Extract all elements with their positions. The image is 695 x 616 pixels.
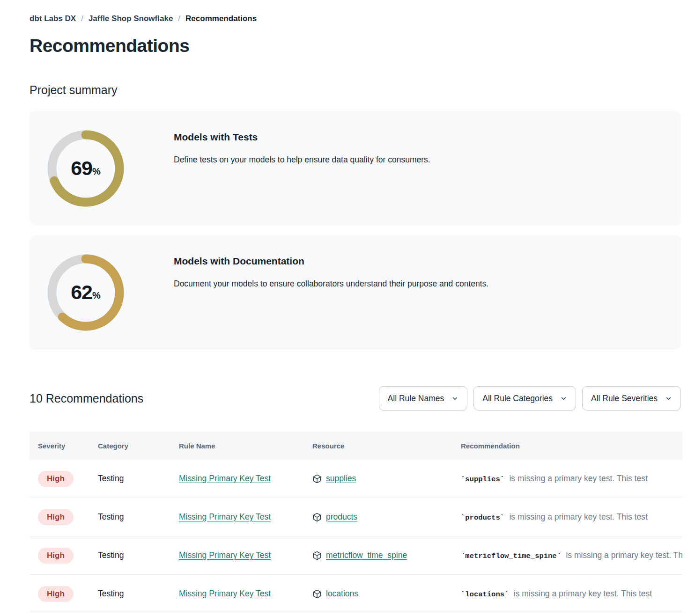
card-models-with-documentation: 62 % Models with Documentation Document … — [30, 235, 681, 350]
donut-percent-label: 69 % — [47, 130, 125, 207]
chevron-down-icon — [451, 395, 458, 402]
model-cube-icon — [312, 589, 322, 599]
recommendation-cell: `metricflow_time_spine` is missing a pri… — [461, 550, 682, 560]
percent-sign: % — [92, 290, 101, 301]
breadcrumb-item-project[interactable]: Jaffle Shop Snowflake — [89, 14, 173, 23]
breadcrumb-item-current: Recommendations — [185, 14, 257, 23]
column-header-recommendation: Recommendation — [461, 442, 682, 450]
rule-name-link[interactable]: Missing Primary Key Test — [179, 512, 271, 521]
column-header-rule-name: Rule Name — [179, 442, 312, 450]
category-cell: Testing — [98, 474, 179, 484]
percent-value: 69 — [71, 157, 92, 180]
recommendations-count-heading: 10 Recommendations — [30, 392, 143, 405]
rule-name-link[interactable]: Missing Primary Key Test — [179, 550, 271, 560]
tests-donut-chart: 69 % — [47, 130, 125, 207]
filter-label: All Rule Severities — [591, 394, 658, 403]
rule-severities-filter-dropdown[interactable]: All Rule Severities — [582, 386, 681, 411]
card-description: Document your models to ensure collabora… — [174, 279, 488, 289]
recommendation-cell: `supplies` is missing a primary key test… — [461, 474, 682, 484]
recommendations-page: dbt Labs DX / Jaffle Shop Snowflake / Re… — [0, 0, 695, 613]
recommendation-code: `metricflow_time_spine` — [461, 552, 561, 560]
filter-label: All Rule Names — [388, 394, 444, 403]
recommendations-table: Severity Category Rule Name Resource Rec… — [30, 432, 682, 613]
table-body: High Testing Missing Primary Key Test su… — [30, 460, 682, 613]
category-cell: Testing — [98, 589, 179, 599]
recommendation-code: `locations` — [461, 590, 509, 599]
table-row: High Testing Missing Primary Key Test pr… — [30, 498, 682, 536]
category-cell: Testing — [98, 550, 179, 560]
breadcrumb-item-org[interactable]: dbt Labs DX — [30, 14, 76, 23]
recommendation-text: is missing a primary key test. This test — [509, 474, 647, 483]
rule-name-link[interactable]: Missing Primary Key Test — [179, 474, 271, 483]
project-summary-heading: Project summary — [30, 83, 695, 97]
project-summary-cards: 69 % Models with Tests Define tests on y… — [30, 111, 681, 350]
table-row: High Testing Missing Primary Key Test me… — [30, 536, 682, 575]
model-cube-icon — [312, 551, 322, 560]
percent-sign: % — [92, 166, 101, 177]
resource-link[interactable]: metricflow_time_spine — [326, 550, 407, 560]
percent-value: 62 — [71, 281, 92, 304]
rule-categories-filter-dropdown[interactable]: All Rule Categories — [473, 386, 576, 411]
card-text: Models with Documentation Document your … — [174, 235, 488, 289]
column-header-resource: Resource — [312, 442, 461, 450]
resource-link[interactable]: locations — [326, 589, 358, 599]
recommendation-cell: `locations` is missing a primary key tes… — [461, 589, 682, 599]
donut-percent-label: 62 % — [47, 254, 125, 331]
rule-names-filter-dropdown[interactable]: All Rule Names — [379, 386, 468, 411]
filter-bar: All Rule Names All Rule Categories All R… — [379, 386, 681, 411]
resource-link[interactable]: products — [326, 512, 357, 522]
breadcrumb-separator: / — [81, 14, 83, 23]
card-description: Define tests on your models to help ensu… — [174, 155, 430, 165]
column-header-severity: Severity — [38, 442, 98, 450]
severity-badge: High — [38, 548, 74, 564]
recommendation-code: `supplies` — [461, 475, 504, 484]
resource-link[interactable]: supplies — [326, 474, 356, 484]
severity-badge: High — [38, 509, 74, 525]
recommendation-cell: `products` is missing a primary key test… — [461, 512, 682, 522]
severity-badge: High — [38, 471, 74, 487]
severity-badge: High — [38, 586, 74, 602]
breadcrumb-separator: / — [178, 14, 180, 23]
page-title: Recommendations — [30, 36, 695, 56]
card-title: Models with Documentation — [174, 256, 488, 267]
model-cube-icon — [312, 474, 322, 484]
table-row: High Testing Missing Primary Key Test su… — [30, 460, 682, 498]
card-models-with-tests: 69 % Models with Tests Define tests on y… — [30, 111, 681, 226]
recommendation-text: is missing a primary key test. This test — [566, 550, 682, 560]
filter-label: All Rule Categories — [482, 394, 553, 403]
table-header-row: Severity Category Rule Name Resource Rec… — [30, 432, 682, 460]
recommendations-header: 10 Recommendations All Rule Names All Ru… — [30, 386, 681, 411]
model-cube-icon — [312, 513, 322, 522]
card-text: Models with Tests Define tests on your m… — [174, 111, 430, 165]
category-cell: Testing — [98, 512, 179, 522]
column-header-category: Category — [98, 442, 179, 450]
table-row: High Testing Missing Primary Key Test lo… — [30, 575, 682, 613]
breadcrumb: dbt Labs DX / Jaffle Shop Snowflake / Re… — [30, 14, 695, 23]
docs-donut-chart: 62 % — [47, 254, 125, 331]
chevron-down-icon — [665, 395, 672, 402]
rule-name-link[interactable]: Missing Primary Key Test — [179, 589, 271, 598]
recommendation-code: `products` — [461, 513, 504, 522]
card-title: Models with Tests — [174, 132, 430, 143]
chevron-down-icon — [560, 395, 567, 402]
recommendation-text: is missing a primary key test. This test — [514, 589, 652, 598]
recommendation-text: is missing a primary key test. This test — [509, 512, 647, 521]
